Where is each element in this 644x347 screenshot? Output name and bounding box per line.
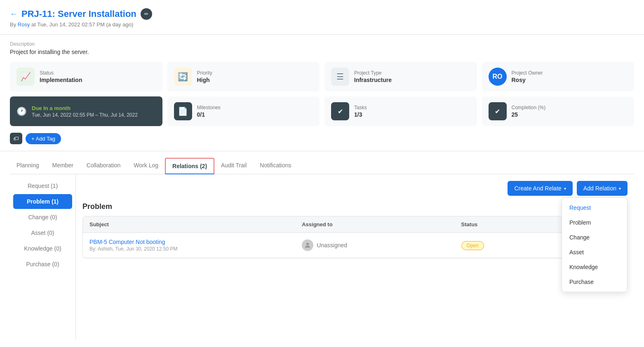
priority-card: 🔄 Priority High bbox=[167, 62, 320, 91]
dropdown-item-request[interactable]: Request bbox=[562, 200, 627, 215]
dropdown-item-change[interactable]: Change bbox=[562, 230, 627, 245]
tab-planning[interactable]: Planning bbox=[10, 158, 46, 174]
owner-label: Project Owner bbox=[512, 70, 543, 76]
add-relation-button[interactable]: Add Relation ▾ bbox=[577, 181, 628, 196]
owner-avatar: RO bbox=[489, 68, 507, 86]
milestones-label: Milestones bbox=[197, 105, 221, 110]
page-subtitle: By Rosy at Tue, Jun 14, 2022 02:57 PM (a… bbox=[10, 21, 634, 28]
completion-icon: ✔ bbox=[489, 102, 507, 120]
project-type-value: Infrastructure bbox=[354, 77, 392, 83]
add-relation-dropdown-container: Add Relation ▾ Request Problem Change As… bbox=[577, 181, 628, 196]
info-cards-row2: 🕐 Due In a month Tue, Jun 14, 2022 02:55… bbox=[10, 96, 634, 126]
tab-relations[interactable]: Relations (2) bbox=[165, 158, 214, 174]
sidebar-item-change[interactable]: Change (0) bbox=[13, 210, 72, 225]
assigned-cell: Unassigned bbox=[302, 239, 461, 251]
dropdown-item-asset[interactable]: Asset bbox=[562, 245, 627, 260]
add-relation-dropdown-menu: Request Problem Change Asset Knowledge P… bbox=[562, 197, 628, 292]
dropdown-item-problem[interactable]: Problem bbox=[562, 215, 627, 230]
status-cell: Open bbox=[461, 242, 568, 249]
relations-main: Create And Relate ▾ Add Relation ▾ Reque… bbox=[76, 174, 634, 339]
status-label: Status bbox=[40, 70, 82, 76]
relations-sidebar: Request (1) Problem (1) Change (0) Asset… bbox=[10, 174, 76, 339]
sidebar-item-problem[interactable]: Problem (1) bbox=[13, 194, 72, 209]
problem-section: Problem Subject Assigned to Status Pr PB… bbox=[82, 202, 628, 258]
completion-label: Completion (%) bbox=[512, 105, 546, 110]
sidebar-item-request[interactable]: Request (1) bbox=[13, 178, 72, 193]
tasks-icon: ✔ bbox=[331, 102, 349, 120]
dropdown-item-knowledge[interactable]: Knowledge bbox=[562, 260, 627, 274]
tasks-label: Tasks bbox=[354, 105, 367, 110]
tag-icon: 🏷 bbox=[10, 133, 22, 144]
status-badge: Open bbox=[461, 241, 484, 250]
subject-meta: By: Ashish, Tue, Jun 30, 2020 12:50 PM bbox=[89, 246, 302, 252]
due-date-value: Tue, Jun 14, 2022 02:55 PM – Thu, Jul 14… bbox=[32, 112, 138, 118]
assignee-name: Unassigned bbox=[317, 242, 347, 249]
description-text: Project for installing the server. bbox=[10, 49, 634, 55]
table-header: Subject Assigned to Status Pr bbox=[83, 216, 627, 233]
table-row: PBM-5 Computer Not booting By: Ashish, T… bbox=[83, 233, 627, 258]
status-icon: 📈 bbox=[16, 68, 35, 86]
info-cards-row1: 📈 Status Implementation 🔄 Priority High … bbox=[10, 62, 634, 91]
description-label: Description bbox=[10, 41, 634, 47]
tab-audit-trail[interactable]: Audit Trail bbox=[214, 158, 253, 174]
due-date-icon: 🕐 bbox=[16, 106, 27, 116]
project-type-label: Project Type bbox=[354, 70, 392, 76]
tasks-card: ✔ Tasks 1/3 bbox=[324, 96, 477, 126]
milestones-value: 0/1 bbox=[197, 111, 221, 118]
problem-table: Subject Assigned to Status Pr PBM-5 Comp… bbox=[82, 216, 628, 258]
col-status: Status bbox=[461, 221, 568, 227]
relations-toolbar: Create And Relate ▾ Add Relation ▾ Reque… bbox=[82, 174, 628, 202]
add-relation-chevron: ▾ bbox=[619, 186, 621, 191]
status-value: Implementation bbox=[40, 77, 82, 83]
tasks-value: 1/3 bbox=[354, 111, 367, 118]
dropdown-item-purchase[interactable]: Purchase bbox=[562, 274, 627, 289]
priority-value: High bbox=[197, 77, 212, 83]
page-title: PRJ-11: Server Installation bbox=[21, 9, 136, 19]
due-date-label: Due In a month bbox=[32, 105, 138, 111]
owner-value: Rosy bbox=[512, 77, 543, 83]
add-tag-button[interactable]: + Add Tag bbox=[26, 133, 61, 144]
subject-cell: PBM-5 Computer Not booting By: Ashish, T… bbox=[89, 239, 302, 252]
tab-work-log[interactable]: Work Log bbox=[127, 158, 165, 174]
tab-notifications[interactable]: Notifications bbox=[253, 158, 298, 174]
tabs-bar: Planning Member Collaboration Work Log R… bbox=[10, 158, 634, 174]
completion-card: ✔ Completion (%) 25 bbox=[482, 96, 635, 126]
header-divider bbox=[0, 34, 644, 35]
author-link[interactable]: Rosy bbox=[18, 21, 30, 28]
assignee-avatar bbox=[302, 239, 313, 251]
tabs-divider bbox=[0, 151, 644, 151]
milestones-icon: 📄 bbox=[174, 102, 192, 120]
completion-value: 25 bbox=[512, 111, 546, 118]
sidebar-item-purchase[interactable]: Purchase (0) bbox=[13, 257, 72, 272]
tab-collaboration[interactable]: Collaboration bbox=[80, 158, 127, 174]
problem-section-title: Problem bbox=[82, 202, 628, 211]
sidebar-item-knowledge[interactable]: Knowledge (0) bbox=[13, 241, 72, 256]
milestones-card: 📄 Milestones 0/1 bbox=[167, 96, 320, 126]
back-button[interactable]: ← bbox=[10, 10, 17, 19]
create-relate-button[interactable]: Create And Relate ▾ bbox=[508, 181, 572, 196]
col-assigned: Assigned to bbox=[302, 221, 461, 227]
priority-icon: 🔄 bbox=[174, 68, 192, 86]
svg-point-0 bbox=[306, 243, 309, 245]
edit-button[interactable]: ✏ bbox=[141, 8, 152, 20]
due-date-card: 🕐 Due In a month Tue, Jun 14, 2022 02:55… bbox=[10, 96, 162, 126]
status-card: 📈 Status Implementation bbox=[10, 62, 162, 91]
relations-area: Request (1) Problem (1) Change (0) Asset… bbox=[10, 174, 634, 339]
priority-label: Priority bbox=[197, 70, 212, 76]
project-type-icon: ☰ bbox=[331, 68, 349, 86]
create-relate-chevron: ▾ bbox=[564, 186, 566, 191]
subject-link[interactable]: PBM-5 Computer Not booting bbox=[89, 239, 302, 245]
tab-member[interactable]: Member bbox=[46, 158, 80, 174]
col-subject: Subject bbox=[89, 221, 302, 227]
project-owner-card: RO Project Owner Rosy bbox=[482, 62, 635, 91]
tags-row: 🏷 + Add Tag bbox=[10, 133, 634, 144]
sidebar-item-asset[interactable]: Asset (0) bbox=[13, 225, 72, 240]
project-type-card: ☰ Project Type Infrastructure bbox=[324, 62, 477, 91]
